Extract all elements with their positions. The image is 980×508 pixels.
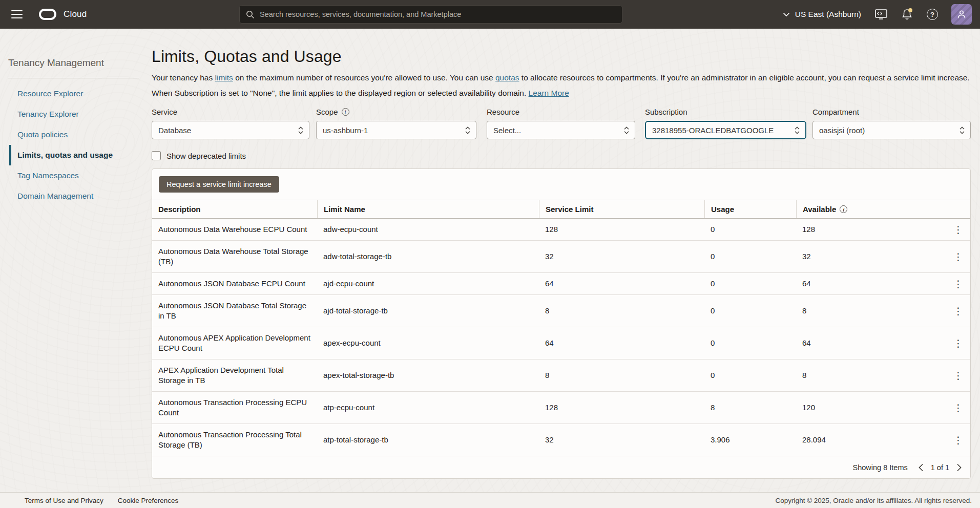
filter-compartment: Compartment oasisjsi (root) bbox=[812, 107, 971, 139]
cell-available: 128 bbox=[796, 219, 947, 240]
copyright-text: Copyright © 2025, Oracle and/or its affi… bbox=[776, 497, 972, 504]
request-limit-increase-button[interactable]: Request a service limit increase bbox=[159, 176, 279, 193]
filter-bar: Service Database Scopei us-ashburn-1 Res… bbox=[152, 107, 971, 143]
cell-limit-name: atp-total-storage-tb bbox=[317, 429, 539, 451]
cell-limit-name: apex-ecpu-count bbox=[317, 332, 539, 354]
cell-available: 64 bbox=[796, 332, 947, 354]
page-title: Limits, Quotas and Usage bbox=[152, 47, 971, 66]
quotas-link[interactable]: quotas bbox=[495, 73, 519, 82]
limits-table-card: Request a service limit increase Descrip… bbox=[152, 168, 971, 479]
cookie-preferences-link[interactable]: Cookie Preferences bbox=[118, 497, 179, 504]
global-search[interactable] bbox=[239, 5, 622, 24]
prev-page-button[interactable] bbox=[917, 462, 925, 473]
showing-count: Showing 8 Items bbox=[853, 463, 908, 472]
cell-limit-name: ajd-total-storage-tb bbox=[317, 300, 539, 322]
brand[interactable]: Cloud bbox=[39, 9, 87, 20]
filter-resource: Resource Select... bbox=[487, 107, 635, 139]
cell-limit-name: adw-total-storage-tb bbox=[317, 246, 539, 267]
col-limit-name: Limit Name bbox=[317, 200, 539, 218]
sidebar-item[interactable]: Domain Management bbox=[9, 186, 145, 206]
scope-info-icon[interactable]: i bbox=[342, 108, 349, 116]
brand-name: Cloud bbox=[64, 9, 87, 19]
table-body: Autonomous Data Warehouse ECPU Count adw… bbox=[152, 219, 970, 456]
sidebar: Tenancy Management Resource Explorer Ten… bbox=[0, 29, 145, 492]
next-page-button[interactable] bbox=[955, 462, 963, 473]
limits-link[interactable]: limits bbox=[215, 73, 233, 82]
available-info-icon[interactable]: i bbox=[840, 205, 847, 213]
cell-limit-name: ajd-ecpu-count bbox=[317, 273, 539, 294]
table-row: Autonomous Transaction Processing Total … bbox=[152, 424, 970, 456]
notifications-bell-icon[interactable] bbox=[900, 8, 913, 21]
row-actions-kebab-icon[interactable]: ⋮ bbox=[947, 434, 970, 446]
cell-description: Autonomous APEX Application Development … bbox=[152, 327, 317, 359]
sidebar-item[interactable]: Tag Namespaces bbox=[9, 165, 145, 186]
row-actions-kebab-icon[interactable]: ⋮ bbox=[947, 337, 970, 349]
note-text: When Subscription is set to "None", the … bbox=[152, 88, 971, 98]
sidebar-item[interactable]: Resource Explorer bbox=[9, 83, 145, 104]
notification-dot bbox=[908, 8, 912, 12]
table-header: Description Limit Name Service Limit Usa… bbox=[152, 200, 970, 219]
cell-service-limit: 8 bbox=[539, 365, 704, 386]
cell-description: APEX Application Development Total Stora… bbox=[152, 359, 317, 391]
page-indicator: 1 of 1 bbox=[931, 463, 949, 472]
row-actions-kebab-icon[interactable]: ⋮ bbox=[947, 251, 970, 263]
cell-usage: 0 bbox=[704, 219, 796, 240]
cell-service-limit: 128 bbox=[539, 397, 704, 418]
service-select[interactable]: Database bbox=[152, 121, 309, 139]
filter-scope: Scopei us-ashburn-1 bbox=[316, 107, 476, 139]
cell-service-limit: 128 bbox=[539, 219, 704, 240]
person-icon bbox=[956, 9, 967, 19]
sidebar-item[interactable]: Limits, quotas and usage bbox=[9, 145, 145, 165]
table-row: Autonomous JSON Database ECPU Count ajd-… bbox=[152, 273, 970, 295]
cell-usage: 0 bbox=[704, 300, 796, 322]
select-chevrons-icon bbox=[959, 126, 965, 135]
user-avatar[interactable] bbox=[951, 4, 972, 25]
show-deprecated-checkbox[interactable] bbox=[152, 151, 161, 160]
scope-select[interactable]: us-ashburn-1 bbox=[316, 121, 476, 139]
topbar: Cloud US East (Ashburn) ? bbox=[0, 0, 980, 29]
subscription-select[interactable]: 32818955-ORACLEDBATGOOGLE bbox=[645, 121, 806, 139]
row-actions-kebab-icon[interactable]: ⋮ bbox=[947, 224, 970, 236]
hamburger-menu-icon[interactable] bbox=[11, 10, 23, 18]
sidebar-item[interactable]: Tenancy Explorer bbox=[9, 104, 145, 124]
cell-available: 8 bbox=[796, 365, 947, 386]
search-input[interactable] bbox=[260, 10, 616, 18]
sidebar-item[interactable]: Quota policies bbox=[9, 124, 145, 145]
learn-more-link[interactable]: Learn More bbox=[529, 89, 569, 97]
table-row: Autonomous Data Warehouse Total Storage … bbox=[152, 241, 970, 273]
sidebar-divider bbox=[8, 78, 139, 78]
show-deprecated-row: Show deprecated limits bbox=[152, 151, 971, 160]
row-actions-kebab-icon[interactable]: ⋮ bbox=[947, 305, 970, 317]
cell-description: Autonomous Transaction Processing ECPU C… bbox=[152, 392, 317, 424]
row-actions-kebab-icon[interactable]: ⋮ bbox=[947, 278, 970, 290]
row-actions-kebab-icon[interactable]: ⋮ bbox=[947, 402, 970, 414]
cell-available: 32 bbox=[796, 246, 947, 267]
main-content: Limits, Quotas and Usage Your tenancy ha… bbox=[145, 29, 980, 479]
terms-link[interactable]: Terms of Use and Privacy bbox=[25, 497, 103, 504]
cloud-shell-icon[interactable] bbox=[874, 8, 888, 21]
col-available: Availablei bbox=[796, 200, 970, 218]
select-chevrons-icon bbox=[623, 126, 630, 135]
cell-usage: 0 bbox=[704, 246, 796, 267]
cell-available: 120 bbox=[796, 397, 947, 418]
cell-usage: 3.906 bbox=[704, 429, 796, 451]
cell-usage: 0 bbox=[704, 332, 796, 354]
col-usage: Usage bbox=[704, 200, 796, 218]
page-footer: Terms of Use and Privacy Cookie Preferen… bbox=[0, 492, 980, 508]
filter-label: Subscription bbox=[645, 108, 687, 116]
show-deprecated-label: Show deprecated limits bbox=[166, 152, 246, 160]
filter-service: Service Database bbox=[152, 107, 309, 139]
select-chevrons-icon bbox=[465, 126, 471, 135]
cell-service-limit: 32 bbox=[539, 246, 704, 267]
oracle-logo-icon bbox=[39, 9, 56, 20]
cell-description: Autonomous Transaction Processing Total … bbox=[152, 424, 317, 456]
intro-text: Your tenancy has limits on the maximum n… bbox=[152, 73, 971, 83]
table-row: APEX Application Development Total Stora… bbox=[152, 359, 970, 392]
cell-available: 28.094 bbox=[796, 429, 947, 451]
compartment-select[interactable]: oasisjsi (root) bbox=[812, 121, 971, 139]
region-label: US East (Ashburn) bbox=[795, 10, 861, 19]
row-actions-kebab-icon[interactable]: ⋮ bbox=[947, 370, 970, 382]
region-selector[interactable]: US East (Ashburn) bbox=[783, 10, 861, 19]
resource-select[interactable]: Select... bbox=[487, 121, 635, 139]
help-icon[interactable]: ? bbox=[926, 8, 939, 21]
